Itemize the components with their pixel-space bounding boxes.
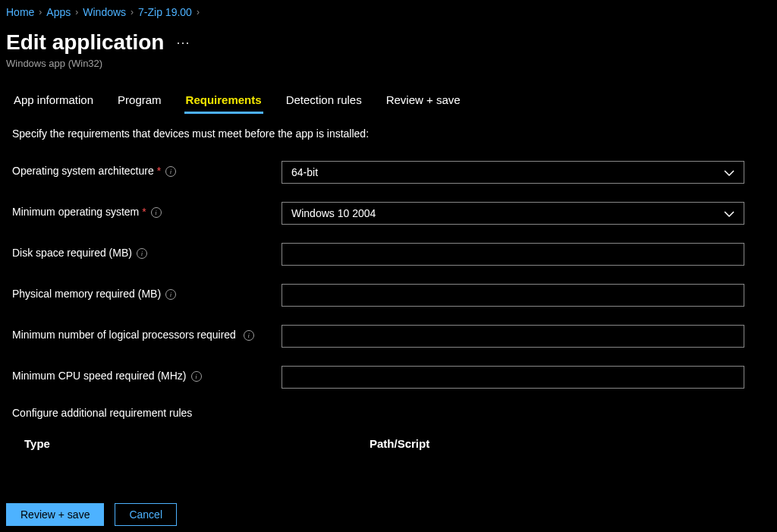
- info-icon[interactable]: i: [165, 289, 176, 300]
- breadcrumb: Home › Apps › Windows › 7-Zip 19.00 ›: [0, 0, 777, 24]
- breadcrumb-windows[interactable]: Windows: [83, 6, 126, 18]
- column-path-script: Path/Script: [370, 437, 753, 450]
- label-min-os: Minimum operating system * i: [12, 202, 282, 220]
- label-min-cpu-speed: Minimum CPU speed required (MHz) i: [12, 366, 282, 384]
- tab-requirements[interactable]: Requirements: [184, 87, 263, 114]
- review-save-button[interactable]: Review + save: [6, 503, 104, 526]
- page-subtitle: Windows app (Win32): [0, 58, 777, 81]
- info-icon[interactable]: i: [191, 371, 202, 382]
- info-icon[interactable]: i: [151, 207, 162, 218]
- breadcrumb-app-name[interactable]: 7-Zip 19.00: [138, 6, 192, 18]
- field-disk-space: Disk space required (MB) i: [12, 243, 765, 266]
- input-min-cpu-speed[interactable]: [282, 366, 744, 389]
- tab-app-information[interactable]: App information: [12, 87, 95, 114]
- label-min-processors: Minimum number of logical processors req…: [12, 325, 282, 343]
- tab-detection-rules[interactable]: Detection rules: [285, 87, 363, 114]
- field-min-cpu-speed: Minimum CPU speed required (MHz) i: [12, 366, 765, 389]
- input-physical-memory[interactable]: [282, 284, 744, 307]
- page-header: Edit application ⋯: [0, 24, 777, 58]
- label-physical-memory: Physical memory required (MB) i: [12, 284, 282, 302]
- info-icon[interactable]: i: [165, 166, 176, 177]
- chevron-right-icon: ›: [131, 7, 134, 17]
- label-disk-space: Disk space required (MB) i: [12, 243, 282, 261]
- field-physical-memory: Physical memory required (MB) i: [12, 284, 765, 307]
- chevron-right-icon: ›: [39, 7, 42, 17]
- info-icon[interactable]: i: [137, 248, 147, 259]
- rules-section-title: Configure additional requirement rules: [12, 407, 765, 419]
- content-area: Specify the requirements that devices mu…: [0, 114, 777, 464]
- intro-text: Specify the requirements that devices mu…: [12, 127, 765, 140]
- footer-actions: Review + save Cancel: [0, 497, 777, 532]
- chevron-right-icon: ›: [197, 7, 200, 17]
- info-icon[interactable]: i: [244, 330, 254, 341]
- required-indicator: *: [142, 206, 146, 218]
- chevron-down-icon: [724, 166, 735, 178]
- select-min-os[interactable]: Windows 10 2004: [282, 202, 744, 225]
- label-os-architecture: Operating system architecture * i: [12, 161, 282, 179]
- chevron-down-icon: [724, 207, 735, 219]
- chevron-right-icon: ›: [75, 7, 78, 17]
- tab-review-save[interactable]: Review + save: [385, 87, 462, 114]
- field-min-os: Minimum operating system * i Windows 10 …: [12, 202, 765, 225]
- more-actions-button[interactable]: ⋯: [176, 34, 190, 51]
- page-title: Edit application: [6, 30, 164, 55]
- required-indicator: *: [157, 165, 161, 177]
- input-disk-space[interactable]: [282, 243, 744, 266]
- breadcrumb-apps[interactable]: Apps: [46, 6, 71, 18]
- input-min-processors[interactable]: [282, 325, 744, 348]
- column-type: Type: [24, 437, 370, 450]
- cancel-button[interactable]: Cancel: [115, 503, 177, 526]
- field-min-processors: Minimum number of logical processors req…: [12, 325, 765, 348]
- tab-bar: App information Program Requirements Det…: [0, 81, 777, 114]
- tab-program[interactable]: Program: [116, 87, 163, 114]
- breadcrumb-home[interactable]: Home: [6, 6, 34, 18]
- select-os-architecture[interactable]: 64-bit: [282, 161, 744, 184]
- rules-table-header: Type Path/Script: [12, 437, 765, 450]
- field-os-architecture: Operating system architecture * i 64-bit: [12, 161, 765, 184]
